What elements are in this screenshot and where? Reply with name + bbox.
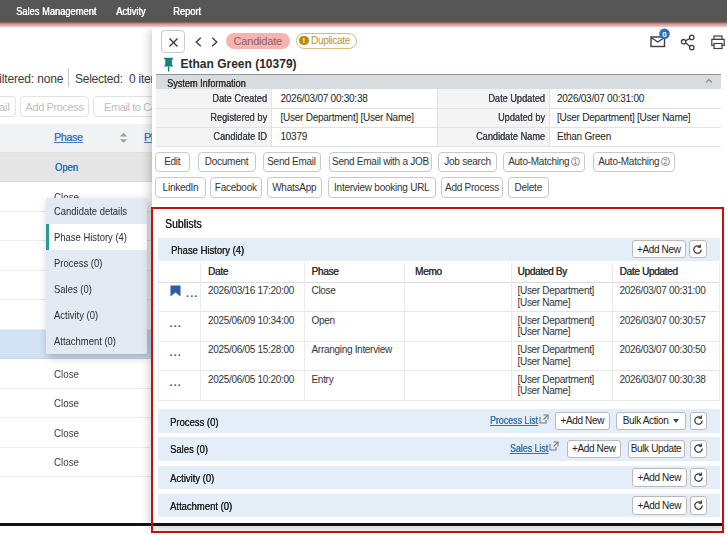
svg-text:0: 0 [662, 30, 667, 39]
